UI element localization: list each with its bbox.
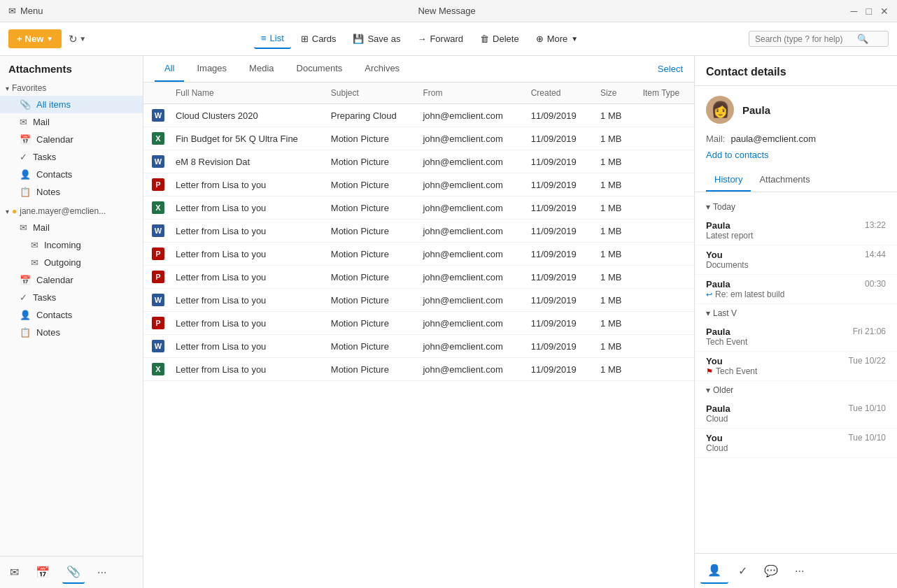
save-as-button[interactable]: 💾 Save as <box>346 29 407 49</box>
th-created[interactable]: Created <box>523 83 592 104</box>
older-group-header: ▾ Older <box>695 381 897 399</box>
list-label: List <box>270 33 284 43</box>
table-row[interactable]: W Letter from Lisa to you Motion Picture… <box>143 335 694 358</box>
history-item[interactable]: You Tue 10/10 Cloud <box>695 429 897 458</box>
file-size: 1 MB <box>592 173 635 196</box>
file-type-icon: P <box>152 178 164 191</box>
new-plus-icon: + <box>17 34 22 44</box>
filter-tab-media[interactable]: Media <box>239 56 283 82</box>
menu-label[interactable]: Menu <box>20 6 43 16</box>
sidebar-item-contacts[interactable]: 👤 Contacts <box>0 166 143 183</box>
older-items: Paula Tue 10/10 Cloud You Tue 10/10 Clou… <box>695 399 897 458</box>
sidebar-item-all-items[interactable]: 📎 All items <box>0 96 143 113</box>
sidebar-item-tasks[interactable]: ✓ Tasks <box>0 148 143 166</box>
history-item[interactable]: Paula 00:30 ↩ Re: em latest build <box>695 275 897 304</box>
file-name: Letter from Lisa to you <box>167 196 323 220</box>
file-subject: Motion Picture <box>323 335 415 358</box>
sidebar-item-contacts2[interactable]: 👤 Contacts <box>0 306 143 324</box>
th-item-type[interactable]: Item Type <box>635 83 694 104</box>
contact-footer-contact-btn[interactable]: 👤 <box>700 558 728 584</box>
contact-footer-chat-btn[interactable]: 💬 <box>757 559 785 583</box>
filter-tab-documents[interactable]: Documents <box>287 56 353 82</box>
delete-button[interactable]: 🗑 Delete <box>473 29 526 49</box>
add-to-contacts-link[interactable]: Add to contacts <box>695 150 897 168</box>
mail-label2: Mail <box>33 222 50 233</box>
th-from[interactable]: From <box>414 83 522 104</box>
sidebar-item-mail[interactable]: ✉ Mail <box>0 113 143 131</box>
th-full-name[interactable]: Full Name <box>167 83 323 104</box>
history-item-name: You <box>706 356 723 366</box>
sidebar-item-outgoing[interactable]: ✉ Outgoing <box>0 254 143 271</box>
sidebar-item-calendar[interactable]: 📅 Calendar <box>0 131 143 148</box>
history-item[interactable]: Paula Tue 10/10 Cloud <box>695 399 897 429</box>
sidebar-attachments-footer-btn[interactable]: 📎 <box>62 561 85 584</box>
sidebar-item-notes1[interactable]: 📋 Notes <box>0 183 143 201</box>
sidebar-more-footer-btn[interactable]: ··· <box>93 562 111 583</box>
th-size[interactable]: Size <box>592 83 635 104</box>
contact-tab-attachments[interactable]: Attachments <box>751 168 818 192</box>
search-icon[interactable]: 🔍 <box>857 34 868 44</box>
search-input[interactable] <box>755 34 853 44</box>
history-item[interactable]: Paula 13:22 Latest report <box>695 216 897 245</box>
sidebar: Attachments ▾ Favorites 📎 All items ✉ Ma… <box>0 56 143 588</box>
filter-tab-images[interactable]: Images <box>187 56 236 82</box>
table-row[interactable]: W eM 8 Revision Dat Motion Picture john@… <box>143 150 694 173</box>
table-row[interactable]: X Letter from Lisa to you Motion Picture… <box>143 196 694 220</box>
table-row[interactable]: P Letter from Lisa to you Motion Picture… <box>143 312 694 335</box>
sidebar-item-tasks2[interactable]: ✓ Tasks <box>0 289 143 306</box>
cards-tab-button[interactable]: ⊞ Cards <box>294 29 344 49</box>
add-to-contacts-anchor[interactable]: Add to contacts <box>706 150 769 160</box>
account-group-header[interactable]: ▾ ● jane.mayer@emclien... <box>0 203 143 219</box>
table-row[interactable]: X Fin Budget for 5K Q Ultra Fine Motion … <box>143 127 694 150</box>
forward-button[interactable]: → Forward <box>410 29 470 49</box>
history-item[interactable]: Paula Fri 21:06 Tech Event <box>695 322 897 352</box>
history-item[interactable]: You 14:44 Documents <box>695 245 897 275</box>
title-bar-left: ✉ Menu <box>8 6 43 16</box>
filter-tab-archives[interactable]: Archives <box>355 56 409 82</box>
history-item[interactable]: You Tue 10/22 ⚑ Tech Event <box>695 352 897 381</box>
sidebar-footer: ✉ 📅 📎 ··· <box>0 556 143 588</box>
file-name: Letter from Lisa to you <box>167 358 323 381</box>
sidebar-item-incoming[interactable]: ✉ Incoming <box>0 236 143 254</box>
file-subject: Motion Picture <box>323 220 415 243</box>
refresh-button[interactable]: ↻ ▼ <box>64 29 90 50</box>
select-button[interactable]: Select <box>658 57 683 81</box>
mail-icon: ✉ <box>20 117 27 127</box>
file-name: Letter from Lisa to you <box>167 220 323 243</box>
sidebar-mail-footer-btn[interactable]: ✉ <box>6 561 23 583</box>
table-row[interactable]: P Letter from Lisa to you Motion Picture… <box>143 173 694 196</box>
table-row[interactable]: P Letter from Lisa to you Motion Picture… <box>143 266 694 289</box>
file-created: 11/09/2019 <box>523 243 592 266</box>
filter-tab-all[interactable]: All <box>155 56 184 82</box>
file-size: 1 MB <box>592 220 635 243</box>
contact-footer-more-btn[interactable]: ··· <box>788 559 811 583</box>
minimize-button[interactable]: ─ <box>851 6 858 17</box>
file-type-icon: W <box>152 340 164 352</box>
table-row[interactable]: W Letter from Lisa to you Motion Picture… <box>143 220 694 243</box>
sidebar-item-mail2[interactable]: ✉ Mail <box>0 219 143 236</box>
more-button[interactable]: ⊕ More ▼ <box>529 29 586 49</box>
file-from: john@emclient.com <box>414 289 522 312</box>
file-subject: Motion Picture <box>323 266 415 289</box>
file-item-type <box>635 173 694 196</box>
contact-tab-history[interactable]: History <box>706 168 751 192</box>
sidebar-item-calendar2[interactable]: 📅 Calendar <box>0 271 143 289</box>
close-button[interactable]: ✕ <box>880 6 889 17</box>
table-row[interactable]: X Letter from Lisa to you Motion Picture… <box>143 358 694 381</box>
table-row[interactable]: W Cloud Clusters 2020 Preparing Cloud jo… <box>143 104 694 127</box>
file-size: 1 MB <box>592 127 635 150</box>
favorites-group-header[interactable]: ▾ Favorites <box>0 80 143 96</box>
maximize-button[interactable]: □ <box>866 6 872 17</box>
list-tab-button[interactable]: ≡ List <box>254 29 291 49</box>
table-row[interactable]: P Letter from Lisa to you Motion Picture… <box>143 243 694 266</box>
table-row[interactable]: W Letter from Lisa to you Motion Picture… <box>143 289 694 312</box>
attachments-table: Full Name Subject From Created Size Item… <box>143 83 694 381</box>
account-chevron-icon: ▾ <box>6 208 9 215</box>
file-subject: Motion Picture <box>323 358 415 381</box>
th-subject[interactable]: Subject <box>323 83 415 104</box>
contact-footer-tasks-btn[interactable]: ✓ <box>731 559 754 583</box>
file-size: 1 MB <box>592 243 635 266</box>
new-button[interactable]: + New ▼ <box>8 29 62 48</box>
sidebar-calendar-footer-btn[interactable]: 📅 <box>31 561 54 583</box>
sidebar-item-notes2[interactable]: 📋 Notes <box>0 324 143 341</box>
